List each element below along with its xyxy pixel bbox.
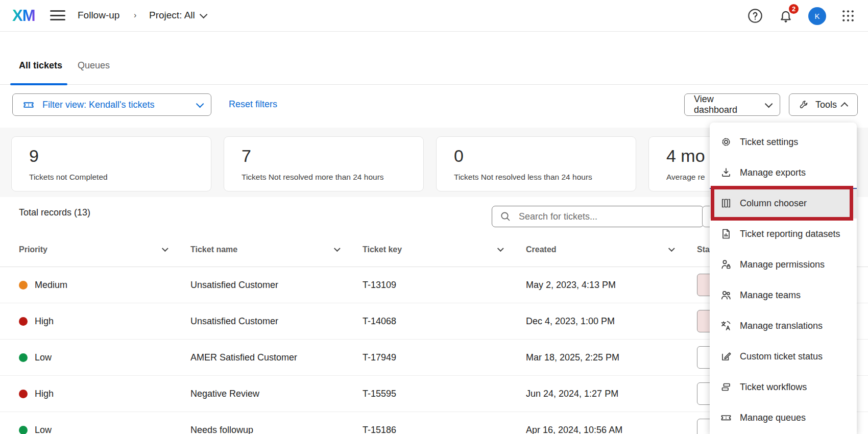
menu-item-manage-exports[interactable]: Manage exports [710, 157, 857, 188]
stat-value: 0 [454, 146, 636, 166]
people-icon [720, 289, 732, 301]
ticketing-page: XM Follow-up › Project: All 2 [0, 0, 868, 434]
priority-label: Medium [35, 280, 67, 291]
stat-label: Tickets Not resolved more than 24 hours [242, 173, 423, 182]
chevron-down-icon [765, 100, 773, 107]
menu-item-custom-ticket-status[interactable]: Custom ticket status [710, 341, 857, 372]
ticket-key-cell: T-13109 [363, 280, 526, 291]
ticket-key-cell: T-14068 [363, 316, 526, 327]
menu-item-manage-teams[interactable]: Manage teams [710, 280, 857, 310]
edit-icon [720, 350, 732, 363]
search-box[interactable] [492, 206, 704, 227]
column-header-priority[interactable]: Priority [19, 245, 47, 254]
priority-label: Low [35, 425, 52, 434]
menu-item-label: Column chooser [740, 198, 807, 209]
stat-card-under-24h: 0 Tickets Not resolved less than 24 hour… [436, 136, 636, 191]
active-tab-indicator [10, 83, 67, 85]
priority-dot [19, 317, 28, 326]
column-header-ticket-name[interactable]: Ticket name [190, 245, 237, 254]
help-icon[interactable] [747, 8, 763, 24]
menu-item-label: Ticket workflows [740, 382, 807, 393]
chevron-down-icon [200, 10, 208, 18]
stat-value: 7 [242, 146, 423, 166]
tab-all-tickets[interactable]: All tickets [19, 60, 62, 71]
ticket-key-cell: T-17949 [363, 352, 526, 363]
priority-label: High [35, 316, 54, 327]
search-icon [499, 210, 512, 223]
filter-toolbar: Filter view: Kendall's tickets Reset fil… [0, 93, 868, 117]
person-lock-icon [720, 258, 732, 271]
menu-item-column-chooser[interactable]: Column chooser [710, 188, 857, 219]
total-records-label: Total records (13) [19, 207, 90, 218]
menu-item-label: Manage teams [740, 290, 801, 301]
hamburger-menu-icon[interactable] [50, 10, 65, 21]
ticket-name-cell: AMER Satisfied Customer [190, 352, 363, 363]
chevron-down-icon[interactable] [497, 245, 504, 252]
menu-item-label: Custom ticket status [740, 351, 823, 362]
tools-label: Tools [815, 100, 837, 110]
ticket-icon [720, 412, 732, 424]
filter-view-dropdown[interactable]: Filter view: Kendall's tickets [12, 93, 211, 116]
stat-card-not-completed: 9 Tickets not Completed [11, 136, 211, 191]
column-header-ticket-key[interactable]: Ticket key [363, 245, 402, 254]
stat-label: Tickets Not resolved less than 24 hours [454, 173, 636, 182]
tab-bar: All tickets Queues [0, 51, 868, 85]
filter-view-label: Filter view: Kendall's tickets [42, 100, 155, 110]
ticket-name-cell: Negative Review [190, 389, 363, 399]
created-cell: Apr 16, 2024, 10:56 AM [526, 425, 697, 434]
translate-icon [720, 320, 732, 332]
priority-dot [19, 281, 28, 290]
top-navigation-bar: XM Follow-up › Project: All 2 [0, 0, 868, 32]
report-document-icon [720, 228, 732, 240]
priority-dot [19, 390, 28, 398]
menu-item-manage-permissions[interactable]: Manage permissions [710, 249, 857, 280]
tools-button[interactable]: Tools [789, 93, 858, 116]
ticket-name-cell: Unsatisfied Customer [190, 316, 363, 327]
view-dashboard-button[interactable]: View dashboard [684, 93, 780, 116]
view-dashboard-label: View dashboard [694, 94, 759, 115]
menu-item-ticket-settings[interactable]: Ticket settings [710, 127, 857, 157]
chevron-up-icon [841, 102, 849, 110]
avatar[interactable]: K [808, 7, 826, 25]
notifications-bell-icon[interactable]: 2 [778, 8, 794, 24]
notification-count-badge: 2 [788, 3, 800, 15]
menu-item-label: Ticket settings [740, 137, 798, 148]
ticket-key-cell: T-15595 [363, 389, 526, 399]
breadcrumb-project-selector[interactable]: Project: All [149, 10, 205, 21]
menu-item-label: Manage translations [740, 321, 823, 331]
workflow-icon [720, 381, 732, 393]
column-header-created[interactable]: Created [526, 245, 557, 254]
breadcrumb-project-label: Project: All [149, 10, 195, 21]
created-cell: May 2, 2023, 4:13 PM [526, 280, 697, 291]
menu-item-label: Manage permissions [740, 259, 825, 270]
menu-item-ticket-reporting-datasets[interactable]: Ticket reporting datasets [710, 219, 857, 249]
menu-item-ticket-workflows[interactable]: Ticket workflows [710, 372, 857, 402]
chevron-down-icon[interactable] [334, 245, 341, 252]
stat-value: 9 [29, 146, 211, 166]
chevron-down-icon[interactable] [162, 245, 168, 252]
breadcrumb-chevron-icon: › [134, 11, 136, 20]
columns-icon [720, 197, 732, 209]
breadcrumb-project-name[interactable]: Follow-up [78, 10, 119, 21]
priority-dot [19, 426, 28, 434]
menu-item-label: Manage exports [740, 167, 806, 178]
menu-item-label: Ticket reporting datasets [740, 229, 840, 239]
menu-item-label: Manage queues [740, 413, 806, 423]
column-header-status[interactable]: Sta [697, 245, 710, 254]
created-cell: Jun 24, 2024, 1:27 PM [526, 389, 697, 399]
reset-filters-link[interactable]: Reset filters [229, 99, 277, 110]
stat-card-over-24h: 7 Tickets Not resolved more than 24 hour… [224, 136, 424, 191]
priority-label: Low [35, 352, 52, 363]
app-grid-icon[interactable] [840, 8, 856, 23]
stat-label: Tickets not Completed [29, 173, 211, 182]
menu-item-manage-queues[interactable]: Manage queues [710, 402, 857, 433]
search-input[interactable] [519, 211, 687, 222]
priority-dot [19, 353, 28, 362]
menu-item-manage-translations[interactable]: Manage translations [710, 310, 857, 341]
tab-queues[interactable]: Queues [78, 60, 110, 71]
gear-icon [720, 136, 732, 148]
chevron-down-icon[interactable] [668, 245, 675, 252]
created-cell: Dec 4, 2023, 1:00 PM [526, 316, 697, 327]
priority-label: High [35, 389, 54, 399]
chevron-down-icon [196, 100, 204, 108]
